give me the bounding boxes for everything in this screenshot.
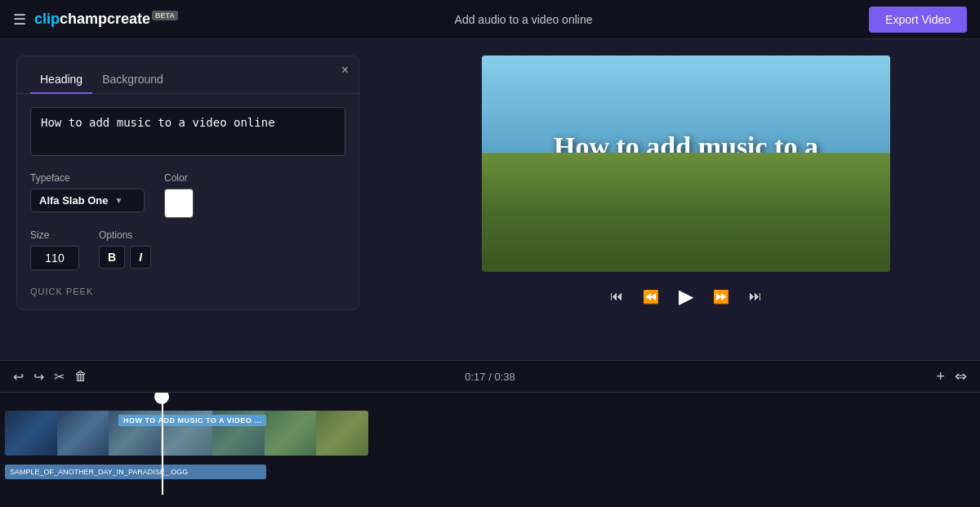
heading-track-label[interactable]: HOW TO ADD MUSIC TO A VIDEO ... xyxy=(118,415,266,426)
left-panel: Heading Background × Typeface Alfa Slab … xyxy=(0,39,392,360)
audio-strip[interactable]: SAMPLE_OF_ANOTHER_DAY_IN_PARADISE_.OGG xyxy=(5,465,266,479)
dialog-close-button[interactable]: × xyxy=(341,63,349,78)
heading-text-input[interactable] xyxy=(30,107,345,156)
chevron-down-icon: ▼ xyxy=(115,196,123,205)
topnav: ☰ clipchampcreateBETA Add audio to a vid… xyxy=(0,0,980,39)
timeline-section: ↩ ↪ ✂ 🗑 0:17 / 0:38 + ⇔ HOW TO xyxy=(0,360,980,507)
typeface-group: Typeface Alfa Slab One ▼ xyxy=(30,172,145,212)
page-title: Add audio to a video online xyxy=(455,13,593,26)
video-frame-6 xyxy=(265,411,317,456)
italic-button[interactable]: I xyxy=(130,246,151,269)
timeline-toolbar: ↩ ↪ ✂ 🗑 0:17 / 0:38 + ⇔ xyxy=(0,361,980,393)
rewind-button[interactable]: ⏪ xyxy=(639,286,662,308)
dialog-header: Heading Background × xyxy=(17,56,359,94)
playhead-handle[interactable] xyxy=(154,393,169,404)
undo-button[interactable]: ↩ xyxy=(13,369,24,385)
options-group: Options B I xyxy=(99,229,151,269)
topnav-left: ☰ clipchampcreateBETA xyxy=(13,11,178,29)
redo-button[interactable]: ↪ xyxy=(33,369,44,385)
size-group: Size xyxy=(30,229,79,270)
color-group: Color xyxy=(164,172,194,218)
video-preview: How to add music to a video online xyxy=(482,56,890,272)
timeline-right-controls: + ⇔ xyxy=(936,367,967,385)
logo-beta: BETA xyxy=(152,11,178,20)
timeline-toolbar-left: ↩ ↪ ✂ 🗑 xyxy=(13,369,87,385)
playhead-line xyxy=(162,393,163,495)
video-controls: ⏮ ⏪ ▶ ⏩ ⏭ xyxy=(607,282,765,311)
hamburger-icon[interactable]: ☰ xyxy=(13,11,26,29)
video-track: HOW TO ADD MUSIC TO A VIDEO ... xyxy=(0,411,980,460)
heading-dialog: Heading Background × Typeface Alfa Slab … xyxy=(16,56,359,310)
video-background: How to add music to a video online xyxy=(482,56,890,272)
size-input[interactable] xyxy=(30,246,79,270)
video-frame-7 xyxy=(316,411,368,456)
fast-forward-button[interactable]: ⏩ xyxy=(710,286,733,308)
main-content: Heading Background × Typeface Alfa Slab … xyxy=(0,39,980,360)
quick-peek-label: QUICK PEEK xyxy=(30,287,345,296)
skip-to-start-button[interactable]: ⏮ xyxy=(607,286,626,307)
tab-background[interactable]: Background xyxy=(92,66,173,94)
bold-button[interactable]: B xyxy=(99,246,125,269)
options-label: Options xyxy=(99,229,151,241)
video-frame-2 xyxy=(57,411,109,456)
typeface-color-row: Typeface Alfa Slab One ▼ Color xyxy=(30,172,345,218)
typeface-value: Alfa Slab One xyxy=(39,194,109,207)
trash-button[interactable]: 🗑 xyxy=(74,369,87,384)
timeline-scroll-button[interactable]: ⇔ xyxy=(955,367,967,385)
dialog-body: Typeface Alfa Slab One ▼ Color Size xyxy=(17,94,359,309)
typeface-select[interactable]: Alfa Slab One ▼ xyxy=(30,189,145,212)
logo-create: create xyxy=(107,11,150,27)
timeline-time-display: 0:17 / 0:38 xyxy=(465,371,514,383)
color-label: Color xyxy=(164,172,194,184)
timeline-tracks: HOW TO ADD MUSIC TO A VIDEO ... SAMPLE_O… xyxy=(0,393,980,495)
logo-champ: champ xyxy=(60,11,107,27)
app-logo: clipchampcreateBETA xyxy=(34,11,178,28)
size-label: Size xyxy=(30,229,79,241)
export-button[interactable]: Export Video xyxy=(869,7,967,33)
skip-to-end-button[interactable]: ⏭ xyxy=(746,286,765,307)
video-frame-1 xyxy=(5,411,57,456)
right-panel: How to add music to a video online ⏮ ⏪ ▶… xyxy=(392,39,980,360)
timeline-add-button[interactable]: + xyxy=(936,368,945,385)
play-button[interactable]: ▶ xyxy=(675,282,697,311)
logo-clip: clip xyxy=(34,11,60,27)
audio-track: SAMPLE_OF_ANOTHER_DAY_IN_PARADISE_.OGG xyxy=(0,465,980,481)
tab-heading[interactable]: Heading xyxy=(30,66,92,94)
size-options-row: Size Options B I xyxy=(30,229,345,270)
video-overlay-text: How to add music to a video online xyxy=(523,131,849,198)
color-swatch[interactable] xyxy=(164,189,194,218)
typeface-label: Typeface xyxy=(30,172,145,184)
scissors-button[interactable]: ✂ xyxy=(54,369,65,385)
